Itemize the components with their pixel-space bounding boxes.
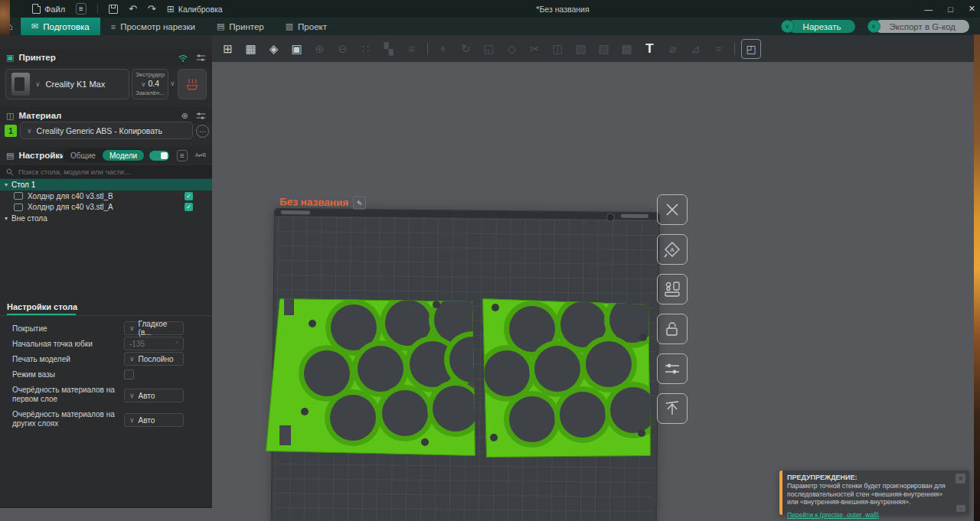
scale-tool-button[interactable]: ◱ [480,40,498,57]
plate-settings-title: Настройки стола [7,302,77,311]
skirt-start-input[interactable] [129,340,165,348]
tree-item-plate1[interactable]: ▾ Стол 1 [0,179,212,190]
visibility-checkbox[interactable]: ✓ [185,192,193,200]
field-label: Начальная точка юбки [12,340,119,349]
visibility-checkbox[interactable]: ✓ [185,203,193,211]
model-part-A[interactable] [473,291,656,458]
hotend-button[interactable] [178,69,207,99]
creality-print-window: { "window": { "title": "*Без названия", … [0,0,980,521]
vase-mode-checkbox[interactable] [124,370,134,379]
lock-button[interactable] [657,314,688,344]
plate-image-button[interactable]: ▣ [288,40,305,57]
model-group[interactable] [264,288,656,468]
auto-orient-button[interactable]: A [657,234,688,265]
move-tool-button[interactable]: ⌖ [434,40,452,57]
boolean-tool-button[interactable]: ◫ [549,40,567,57]
press-tool-button[interactable]: ⊿ [687,40,704,57]
slice-options-chevron[interactable]: ∨ [781,20,794,33]
fuzzy-skin-button[interactable]: ≈ [710,40,727,57]
settings-toggle[interactable] [149,151,169,161]
prepare-icon: ✉ [31,21,38,31]
maximize-button[interactable]: □ [948,5,953,14]
text-tool-button[interactable]: T [641,40,658,57]
skirt-start-field[interactable]: ° [124,337,184,350]
delete-button[interactable] [657,194,688,225]
main-menu-button[interactable]: ≡ [76,3,87,15]
save-button[interactable] [109,5,118,14]
print-mode-select[interactable]: ∨ Послойно [124,352,184,366]
cut-tool-button[interactable]: ✂ [526,40,544,57]
support-paint-button[interactable]: ▧ [572,40,590,57]
tab-slice-preview[interactable]: ≡ Просмотр нарезки [100,18,206,35]
calibration-button[interactable]: ⊞ Калибровка [167,5,223,14]
search-bar[interactable]: Поиск стола, модели или части... [0,165,212,178]
redo-button[interactable]: ↷ [148,4,156,14]
lay-flat-button[interactable]: ◇ [503,40,521,57]
search-icon [6,168,14,176]
material-more-button[interactable]: ⋯ [196,125,209,138]
coating-select[interactable]: ∨ Гладкое (в... [124,321,184,335]
toggle-switch[interactable] [149,151,169,161]
adjust-params-button[interactable] [657,353,688,384]
layer-stack-button[interactable]: ≡ [403,40,420,57]
nozzle-type: Закалён... [136,90,165,97]
measure-tool-button[interactable]: ⌀ [664,40,681,57]
printer-select[interactable]: ∨ Creality K1 Max [5,69,129,99]
undo-button[interactable]: ↶ [129,4,137,14]
extruder-label: Экструдер [136,71,165,79]
material-order-other-select[interactable]: ∨ Авто [124,413,184,427]
caret-down-icon[interactable]: ▾ [5,181,8,188]
warning-link[interactable]: Перейти к (precise_outer_wall) [787,511,879,519]
tab-printer[interactable]: ▤ Принтер [206,18,275,35]
segment-models[interactable]: Модели [103,150,144,161]
minimize-button[interactable]: — [924,5,933,14]
printer-settings-icon[interactable] [196,53,206,63]
plate-name[interactable]: Без названия ✎ [279,195,366,210]
add-plate-button[interactable]: ▦ [242,40,260,57]
model-part-B[interactable] [266,291,501,456]
tree-item-model-a[interactable]: Холднр для c40 v3.stl_A ✓ [0,202,212,213]
chevron-down-icon[interactable]: ∨ [170,80,175,87]
move-to-top-button[interactable] [657,393,688,424]
calibration-label: Калибровка [178,5,223,14]
tree-item-off-plate[interactable]: ▾ Вне стола [0,213,212,224]
seam-paint-button[interactable]: ▨ [595,40,612,57]
material-order-first-select[interactable]: ∨ Авто [124,389,184,402]
clone-button[interactable]: ∷ [357,40,374,57]
warning-minimize-icon[interactable]: – [956,505,965,512]
segment-general[interactable]: Общие [64,150,103,161]
auto-arrange-button[interactable]: ◈ [265,40,283,57]
split-parts-button[interactable]: ◰ [741,39,761,59]
remove-instance-button[interactable]: ⊖ [334,40,351,57]
add-model-button[interactable]: ⊞ [219,40,237,57]
caret-down-icon[interactable]: ▾ [5,215,8,222]
file-menu[interactable]: Файл [32,4,65,14]
export-options-chevron[interactable]: ∨ [867,20,880,33]
tab-project[interactable]: ▥ Проект [275,18,338,35]
slice-button[interactable]: Нарезать [788,20,855,33]
wifi-icon[interactable] [178,52,188,63]
plate-rename-icon[interactable]: ✎ [353,197,366,210]
material-select[interactable]: ∨ Creality Generic ABS - Копировать [20,122,193,139]
rotate-tool-button[interactable]: ↻ [457,40,475,57]
extruder-select[interactable]: Экструдер ∨ 0.4 Закалён... [132,69,168,99]
desktop-wallpaper-edge [974,34,980,521]
compare-ab-icon[interactable]: A⇄B [195,152,206,158]
chevron-down-icon: ∨ [129,416,135,424]
material-section-title: Материал [18,111,61,120]
material-settings-icon[interactable] [196,111,206,121]
settings-list-icon[interactable]: ≡ [177,150,188,161]
plate-knob [606,213,615,222]
close-button[interactable]: ✕ [969,4,975,14]
add-material-icon[interactable]: ⊕ [181,111,188,121]
export-gcode-button[interactable]: Экспорт в G-код [874,20,970,33]
svg-text:A: A [670,246,675,253]
pattern-button[interactable]: ▚ [380,40,397,57]
warning-close-icon[interactable]: ✕ [956,474,965,484]
arrange-layout-button[interactable] [657,274,688,304]
add-instance-button[interactable]: ⊕ [311,40,328,57]
tab-prepare[interactable]: ✉ Подготовка [21,18,100,35]
toolbar-separator [427,43,428,55]
texture-paint-button[interactable]: ▩ [618,40,635,57]
tree-item-model-b[interactable]: Холднр для c40 v3.stl_B ✓ [0,190,212,202]
